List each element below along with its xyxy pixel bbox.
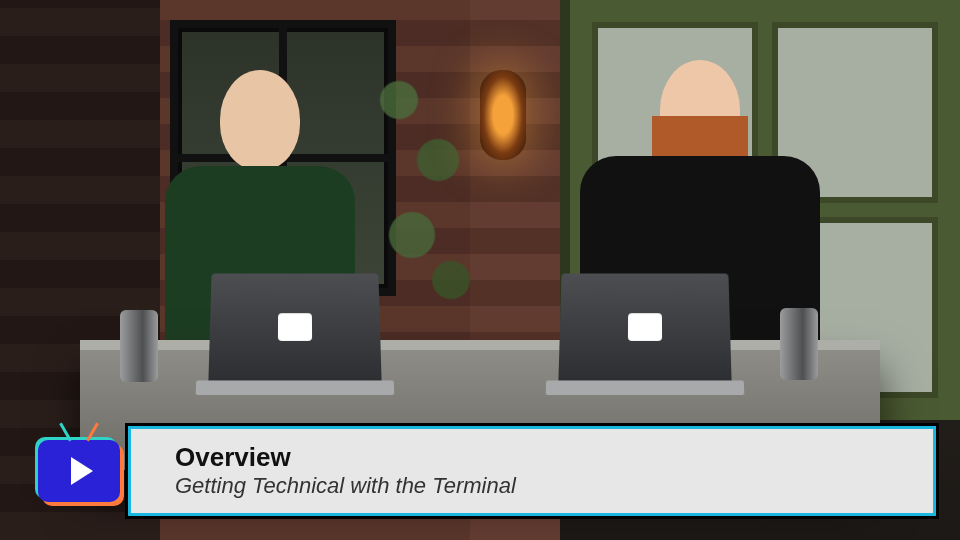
tumbler-left [120,310,158,382]
laptop-sticker-icon [628,313,662,341]
laptop-sticker-icon [278,313,312,341]
play-icon [71,457,93,485]
lower-third-bar: Overview Getting Technical with the Term… [128,426,936,516]
segment-subtitle: Getting Technical with the Terminal [175,474,913,498]
laptop-right [558,274,731,383]
brand-badge [24,426,134,516]
segment-title: Overview [175,444,913,471]
set-ivy-plant [360,40,490,340]
laptop-left [208,274,381,383]
set-wall-lamp [480,70,526,160]
play-tv-icon [38,440,120,502]
video-frame: Overview Getting Technical with the Term… [0,0,960,540]
tumbler-right [780,308,818,380]
lower-third: Overview Getting Technical with the Term… [24,426,936,516]
